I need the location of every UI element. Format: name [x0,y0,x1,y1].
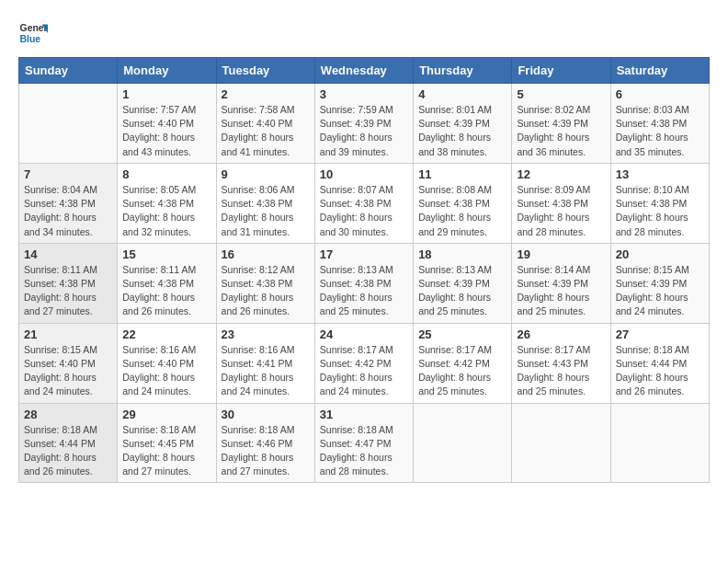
day-number: 14 [24,247,112,261]
day-number: 29 [122,408,210,421]
day-detail: Sunrise: 8:13 AMSunset: 4:38 PMDaylight:… [320,263,408,319]
day-number: 12 [517,167,605,181]
weekday-header-wednesday: Wednesday [314,58,413,84]
calendar-cell [610,403,709,483]
weekday-header-thursday: Thursday [414,58,512,84]
logo-icon: General Blue [18,18,48,48]
calendar-cell: 21Sunrise: 8:15 AMSunset: 4:40 PMDayligh… [19,323,118,403]
calendar-cell: 24Sunrise: 8:17 AMSunset: 4:42 PMDayligh… [314,323,413,403]
day-number: 27 [616,327,704,341]
day-detail: Sunrise: 8:04 AMSunset: 4:38 PMDaylight:… [24,183,112,239]
calendar-table: SundayMondayTuesdayWednesdayThursdayFrid… [18,57,710,483]
day-number: 8 [122,167,210,181]
calendar-cell: 1Sunrise: 7:57 AMSunset: 4:40 PMDaylight… [118,84,216,164]
day-number: 31 [320,408,408,421]
calendar-cell: 22Sunrise: 8:16 AMSunset: 4:40 PMDayligh… [118,323,216,403]
day-detail: Sunrise: 8:08 AMSunset: 4:38 PMDaylight:… [418,183,506,239]
day-detail: Sunrise: 7:58 AMSunset: 4:40 PMDaylight:… [222,103,310,159]
calendar-cell: 14Sunrise: 8:11 AMSunset: 4:38 PMDayligh… [19,243,118,323]
calendar-cell: 26Sunrise: 8:17 AMSunset: 4:43 PMDayligh… [512,323,610,403]
calendar-header-row: SundayMondayTuesdayWednesdayThursdayFrid… [19,58,710,84]
day-number: 25 [418,327,506,341]
day-number: 2 [222,87,310,101]
day-number: 6 [616,87,704,101]
calendar-cell: 31Sunrise: 8:18 AMSunset: 4:47 PMDayligh… [314,403,413,483]
day-detail: Sunrise: 8:18 AMSunset: 4:44 PMDaylight:… [24,423,112,479]
calendar-cell: 25Sunrise: 8:17 AMSunset: 4:42 PMDayligh… [414,323,512,403]
day-detail: Sunrise: 8:15 AMSunset: 4:39 PMDaylight:… [616,263,704,319]
weekday-header-sunday: Sunday [19,58,118,84]
day-detail: Sunrise: 8:18 AMSunset: 4:44 PMDaylight:… [616,343,704,399]
day-number: 24 [320,327,408,341]
day-detail: Sunrise: 8:01 AMSunset: 4:39 PMDaylight:… [418,103,506,159]
calendar-cell: 6Sunrise: 8:03 AMSunset: 4:38 PMDaylight… [610,84,709,164]
header: General Blue [18,18,710,48]
day-number: 20 [616,247,704,261]
weekday-header-friday: Friday [512,58,610,84]
day-detail: Sunrise: 8:16 AMSunset: 4:41 PMDaylight:… [222,343,310,399]
day-detail: Sunrise: 8:16 AMSunset: 4:40 PMDaylight:… [122,343,210,399]
day-number: 5 [517,87,605,101]
day-number: 10 [320,167,408,181]
calendar-cell [414,403,512,483]
day-number: 17 [320,247,408,261]
calendar-cell: 10Sunrise: 8:07 AMSunset: 4:38 PMDayligh… [314,163,413,243]
day-number: 15 [122,247,210,261]
calendar-cell: 30Sunrise: 8:18 AMSunset: 4:46 PMDayligh… [216,403,314,483]
day-detail: Sunrise: 8:10 AMSunset: 4:38 PMDaylight:… [616,183,704,239]
calendar-week-row: 7Sunrise: 8:04 AMSunset: 4:38 PMDaylight… [19,163,710,243]
day-detail: Sunrise: 8:18 AMSunset: 4:46 PMDaylight:… [222,423,310,479]
day-number: 1 [122,87,210,101]
day-detail: Sunrise: 8:17 AMSunset: 4:42 PMDaylight:… [320,343,408,399]
day-detail: Sunrise: 8:07 AMSunset: 4:38 PMDaylight:… [320,183,408,239]
day-detail: Sunrise: 8:17 AMSunset: 4:42 PMDaylight:… [418,343,506,399]
calendar-week-row: 1Sunrise: 7:57 AMSunset: 4:40 PMDaylight… [19,84,710,164]
calendar-cell: 16Sunrise: 8:12 AMSunset: 4:38 PMDayligh… [216,243,314,323]
calendar-cell: 17Sunrise: 8:13 AMSunset: 4:38 PMDayligh… [314,243,413,323]
day-number: 9 [222,167,310,181]
svg-text:Blue: Blue [20,34,41,44]
calendar-cell: 20Sunrise: 8:15 AMSunset: 4:39 PMDayligh… [610,243,709,323]
weekday-header-saturday: Saturday [610,58,709,84]
calendar-cell: 12Sunrise: 8:09 AMSunset: 4:38 PMDayligh… [512,163,610,243]
calendar-cell: 27Sunrise: 8:18 AMSunset: 4:44 PMDayligh… [610,323,709,403]
calendar-cell: 5Sunrise: 8:02 AMSunset: 4:39 PMDaylight… [512,84,610,164]
day-detail: Sunrise: 8:17 AMSunset: 4:43 PMDaylight:… [517,343,605,399]
day-number: 23 [222,327,310,341]
day-detail: Sunrise: 8:11 AMSunset: 4:38 PMDaylight:… [24,263,112,319]
calendar-cell: 23Sunrise: 8:16 AMSunset: 4:41 PMDayligh… [216,323,314,403]
day-number: 19 [517,247,605,261]
day-number: 16 [222,247,310,261]
day-number: 30 [222,408,310,421]
calendar-cell: 9Sunrise: 8:06 AMSunset: 4:38 PMDaylight… [216,163,314,243]
weekday-header-monday: Monday [118,58,216,84]
day-number: 7 [24,167,112,181]
day-number: 4 [418,87,506,101]
calendar-week-row: 21Sunrise: 8:15 AMSunset: 4:40 PMDayligh… [19,323,710,403]
day-number: 21 [24,327,112,341]
weekday-header-tuesday: Tuesday [216,58,314,84]
calendar-body: 1Sunrise: 7:57 AMSunset: 4:40 PMDaylight… [19,84,710,483]
day-number: 3 [320,87,408,101]
day-detail: Sunrise: 8:09 AMSunset: 4:38 PMDaylight:… [517,183,605,239]
day-detail: Sunrise: 8:14 AMSunset: 4:39 PMDaylight:… [517,263,605,319]
calendar-cell: 15Sunrise: 8:11 AMSunset: 4:38 PMDayligh… [118,243,216,323]
day-detail: Sunrise: 8:06 AMSunset: 4:38 PMDaylight:… [222,183,310,239]
calendar-cell: 2Sunrise: 7:58 AMSunset: 4:40 PMDaylight… [216,84,314,164]
calendar-cell: 18Sunrise: 8:13 AMSunset: 4:39 PMDayligh… [414,243,512,323]
calendar-cell: 13Sunrise: 8:10 AMSunset: 4:38 PMDayligh… [610,163,709,243]
calendar-cell: 7Sunrise: 8:04 AMSunset: 4:38 PMDaylight… [19,163,118,243]
calendar-week-row: 28Sunrise: 8:18 AMSunset: 4:44 PMDayligh… [19,403,710,483]
day-detail: Sunrise: 8:13 AMSunset: 4:39 PMDaylight:… [418,263,506,319]
calendar-cell: 8Sunrise: 8:05 AMSunset: 4:38 PMDaylight… [118,163,216,243]
calendar-cell: 11Sunrise: 8:08 AMSunset: 4:38 PMDayligh… [414,163,512,243]
day-detail: Sunrise: 7:59 AMSunset: 4:39 PMDaylight:… [320,103,408,159]
calendar-cell: 3Sunrise: 7:59 AMSunset: 4:39 PMDaylight… [314,84,413,164]
day-detail: Sunrise: 8:05 AMSunset: 4:38 PMDaylight:… [122,183,210,239]
day-detail: Sunrise: 8:12 AMSunset: 4:38 PMDaylight:… [222,263,310,319]
calendar-cell: 29Sunrise: 8:18 AMSunset: 4:45 PMDayligh… [118,403,216,483]
calendar-cell: 19Sunrise: 8:14 AMSunset: 4:39 PMDayligh… [512,243,610,323]
logo: General Blue [18,18,51,48]
day-number: 28 [24,408,112,421]
day-detail: Sunrise: 8:15 AMSunset: 4:40 PMDaylight:… [24,343,112,399]
